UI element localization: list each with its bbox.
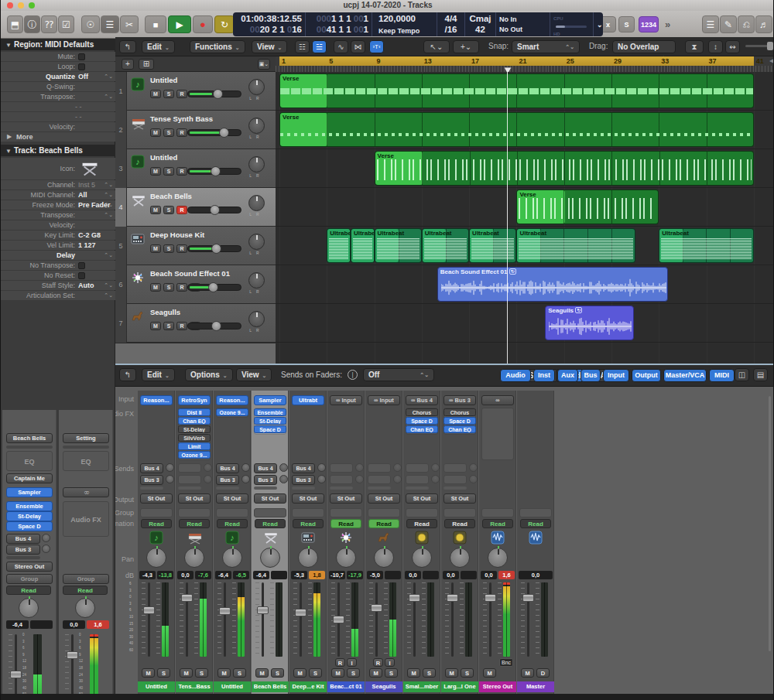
fader-cap[interactable] bbox=[409, 594, 420, 602]
region-teal[interactable]: Ultrabeat bbox=[327, 228, 351, 263]
audio-fx-slot[interactable]: Space D bbox=[406, 417, 438, 425]
channel-strip-11[interactable]: Read0,0MDMaster bbox=[517, 391, 554, 694]
channel-strip-7[interactable]: ∞ InputSt OutRead-5,0RIMSSeagulls bbox=[365, 391, 402, 694]
channel-name-label[interactable]: Beac...ct 01 bbox=[327, 681, 365, 692]
volume-value[interactable]: -10,7 bbox=[329, 571, 345, 579]
mixer-button[interactable]: ☰ bbox=[101, 15, 119, 33]
apple-loops-button[interactable]: ⎌ bbox=[738, 15, 755, 33]
channel-strip-4[interactable]: SamplerEnsembleSt-DelaySpace DBus 4Bus 3… bbox=[252, 391, 289, 694]
group-slot[interactable] bbox=[178, 508, 211, 517]
volume-value[interactable]: 0,0 bbox=[443, 571, 459, 579]
send-knob[interactable] bbox=[166, 463, 174, 472]
track-param-row[interactable]: MIDI Channel:All⌃⌄ bbox=[1, 190, 115, 200]
vertical-zoom-thumb[interactable] bbox=[767, 42, 773, 50]
duplicate-track-button[interactable]: ⊞ bbox=[139, 59, 154, 70]
volume-slider[interactable] bbox=[187, 284, 241, 291]
track-param-row[interactable]: No Reset: bbox=[1, 271, 115, 280]
audio-fx-area[interactable]: Audio FX bbox=[63, 501, 109, 537]
toolbar-overflow-chevrons[interactable]: » bbox=[665, 19, 670, 30]
strip-solo-button[interactable]: S bbox=[195, 668, 208, 678]
group-slot[interactable] bbox=[406, 508, 438, 517]
track-mute-button[interactable]: M bbox=[150, 283, 161, 292]
group-slot[interactable] bbox=[481, 508, 514, 517]
send-knob-dim[interactable] bbox=[469, 475, 478, 483]
group-slot[interactable] bbox=[519, 508, 552, 517]
send-knob[interactable] bbox=[317, 463, 326, 472]
midi-fx-slot[interactable]: Captain Me bbox=[6, 473, 53, 483]
track-name[interactable]: Tense Synth Bass bbox=[150, 114, 213, 123]
track-record-arm-button[interactable]: R bbox=[176, 283, 187, 292]
input-slot[interactable]: Sampler bbox=[254, 395, 286, 405]
slider-thumb[interactable] bbox=[219, 128, 229, 138]
pan-knob[interactable] bbox=[260, 548, 280, 568]
pan-knob[interactable] bbox=[19, 598, 39, 618]
strip-solo-button[interactable]: S bbox=[157, 668, 170, 678]
send-empty-slot[interactable] bbox=[406, 463, 429, 473]
mixer-filter-input[interactable]: Input bbox=[603, 369, 629, 382]
region-inspector-header[interactable]: ▼Region: MIDI Defaults bbox=[1, 39, 115, 50]
volume-slider[interactable] bbox=[187, 168, 241, 175]
track-header-options-button[interactable]: ▣⌄ bbox=[258, 59, 270, 70]
volume-slider[interactable] bbox=[187, 129, 241, 136]
strip-mute-button[interactable]: M bbox=[142, 668, 155, 678]
channel-strip-8[interactable]: ∞ Bus 4ChorusSpace DChan EQSt OutRead0,0… bbox=[403, 391, 440, 694]
slider-thumb[interactable] bbox=[211, 244, 221, 254]
track-icon[interactable] bbox=[131, 309, 146, 325]
popup-chevron-icon[interactable]: ⌃⌄ bbox=[104, 210, 113, 220]
mixer-filter-inst[interactable]: Inst bbox=[533, 369, 555, 382]
menu-edit[interactable]: Edit⌄ bbox=[142, 40, 175, 53]
track-header-2[interactable]: 2Tense Synth BassMSRLR bbox=[115, 111, 276, 149]
param-checkbox[interactable] bbox=[78, 63, 85, 70]
lcd-locators[interactable]: 0001 1 1 0010041 1 1 001 bbox=[306, 12, 372, 36]
group-slot[interactable] bbox=[254, 508, 286, 517]
automation-mode-button[interactable]: Read bbox=[63, 586, 108, 595]
mixer-filter-output[interactable]: Output bbox=[632, 369, 661, 382]
channel-name-label[interactable]: Deep...e Kit bbox=[289, 681, 327, 692]
send-knob-dim[interactable] bbox=[393, 475, 402, 483]
strip-mute-button[interactable]: M bbox=[331, 668, 344, 678]
pan-knob[interactable] bbox=[336, 548, 356, 568]
volume-value[interactable]: 0,0 bbox=[63, 620, 85, 629]
region-param-row[interactable]: - - bbox=[1, 102, 115, 111]
region-teal[interactable]: Ultrabeat bbox=[659, 228, 754, 263]
fader-cap[interactable] bbox=[67, 651, 78, 659]
fader-cap[interactable] bbox=[181, 594, 193, 602]
track-header-4[interactable]: 4Beach BellsMSRLR bbox=[115, 188, 276, 227]
automation-mode-button[interactable]: Read bbox=[444, 519, 475, 528]
lcd-key[interactable]: Cmaj42 bbox=[465, 12, 496, 36]
slider-thumb[interactable] bbox=[211, 166, 221, 176]
group-slot[interactable] bbox=[330, 508, 362, 517]
peak-value[interactable]: 1,8 bbox=[309, 571, 325, 579]
pan-knob[interactable] bbox=[374, 548, 394, 568]
disclosure-triangle-icon[interactable]: ▼ bbox=[5, 42, 12, 49]
strip-solo-button[interactable]: S bbox=[423, 668, 436, 678]
pan-knob[interactable] bbox=[450, 548, 470, 568]
send-knob-dim[interactable] bbox=[355, 463, 364, 472]
track-record-arm-button[interactable]: R bbox=[176, 90, 187, 98]
param-value[interactable]: 1 127 bbox=[78, 241, 96, 250]
track-param-row[interactable]: Channel:Inst 5⌃⌄ bbox=[1, 180, 115, 190]
audio-fx-area[interactable] bbox=[481, 408, 514, 460]
region-param-row[interactable]: Transpose:⌃⌄ bbox=[1, 92, 115, 101]
channel-strip-2[interactable]: RetroSynDist IIChan EQSt-DelaySilvVerbLi… bbox=[176, 391, 213, 694]
send-knob[interactable] bbox=[166, 475, 174, 483]
send-empty-slot[interactable] bbox=[330, 463, 353, 473]
grid-view-icon[interactable]: ☷ bbox=[295, 40, 310, 53]
send-knob-dim[interactable] bbox=[393, 463, 402, 472]
fader-cap[interactable] bbox=[10, 671, 22, 678]
strip-input-monitor-button[interactable]: I bbox=[347, 658, 357, 667]
param-value[interactable]: - - bbox=[75, 102, 82, 111]
region-green[interactable]: Verse bbox=[375, 151, 754, 186]
channel-name-label[interactable]: Master bbox=[517, 681, 554, 692]
output-slot[interactable]: St Out bbox=[140, 493, 173, 504]
wide-view-icon[interactable]: ▤ bbox=[753, 368, 768, 381]
slider-thumb[interactable] bbox=[208, 282, 218, 292]
track-solo-button[interactable]: S bbox=[163, 128, 174, 137]
volume-slider[interactable] bbox=[187, 245, 241, 252]
fader-cap[interactable] bbox=[219, 607, 231, 615]
group-slot[interactable]: Group bbox=[63, 574, 109, 584]
fader-track[interactable] bbox=[300, 582, 302, 657]
vertical-zoom-slider[interactable] bbox=[745, 45, 774, 47]
track-param-row[interactable]: Icon: bbox=[1, 158, 115, 179]
fader-cap[interactable] bbox=[522, 594, 534, 602]
